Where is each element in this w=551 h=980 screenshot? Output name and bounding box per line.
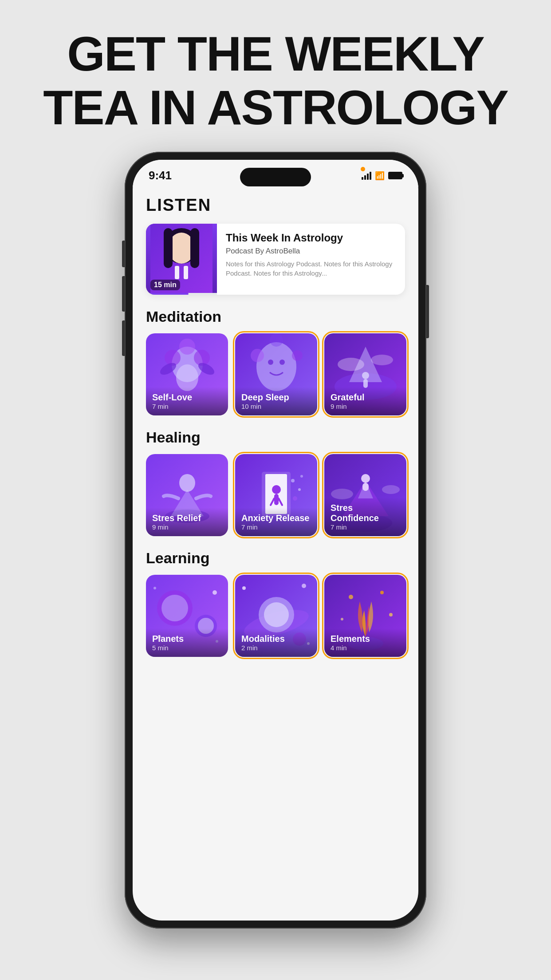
svg-point-48 (361, 474, 370, 483)
svg-point-19 (251, 349, 264, 362)
svg-point-66 (302, 584, 306, 588)
svg-point-58 (213, 590, 217, 595)
battery-icon (388, 172, 402, 179)
promo-header: GET THE WEEKLY TEA IN ASTROLOGY (43, 27, 508, 134)
svg-point-72 (380, 591, 384, 594)
card-deep-sleep[interactable]: Deep Sleep 10 min (235, 333, 317, 415)
card-modalities-label: Modalities 2 min (235, 628, 317, 657)
svg-point-20 (292, 350, 303, 361)
svg-point-26 (371, 355, 393, 365)
card-name: Grateful (331, 392, 400, 403)
card-duration: 7 min (241, 523, 311, 531)
promo-line1: GET THE WEEKLY (43, 27, 508, 80)
listen-title: LISTEN (146, 196, 405, 215)
card-grateful-label: Grateful 9 min (324, 387, 406, 415)
card-name: Modalities (241, 634, 311, 644)
card-planets[interactable]: Planets 5 min (146, 575, 228, 657)
signal-bar-4 (370, 172, 371, 180)
card-duration: 10 min (241, 403, 311, 410)
svg-point-18 (279, 360, 285, 365)
svg-point-25 (338, 358, 364, 371)
status-bar: 9:41 📶 (133, 160, 418, 187)
svg-point-40 (291, 479, 295, 482)
card-anxiety-release-label: Anxiety Release 7 min (235, 508, 317, 536)
healing-cards-row: Stres Relief 9 min (146, 454, 405, 536)
card-modalities[interactable]: Modalities 2 min (235, 575, 317, 657)
card-elements-label: Elements 4 min (324, 628, 406, 657)
phone-side-btn-power (426, 285, 429, 338)
card-duration: 2 min (241, 644, 311, 652)
phone-side-btn-vol-down (122, 320, 125, 356)
phone-side-btn-vol-up (122, 276, 125, 312)
section-learning-title: Learning (146, 549, 405, 567)
svg-point-74 (389, 613, 393, 616)
phone-device: 9:41 📶 LISTEN (125, 152, 426, 929)
podcast-author: Podcast By AstroBella (226, 247, 396, 256)
card-self-love[interactable]: Self-Love 7 min (146, 333, 228, 415)
card-name: Planets (152, 634, 222, 644)
svg-point-71 (349, 595, 353, 599)
podcast-info: This Week In Astrology Podcast By AstroB… (217, 224, 405, 295)
svg-rect-6 (184, 266, 188, 279)
podcast-card[interactable]: 15 min This Week In Astrology Podcast By… (146, 224, 405, 295)
signal-bar-2 (364, 175, 366, 180)
card-stress-confidence-label: Stres Confidence 7 min (324, 498, 406, 536)
svg-point-59 (153, 587, 156, 589)
card-planets-label: Planets 5 min (146, 628, 228, 657)
card-name: Stres Relief (152, 513, 222, 523)
svg-rect-49 (362, 483, 369, 491)
card-duration: 4 min (331, 644, 400, 652)
svg-rect-37 (274, 494, 279, 505)
card-elements[interactable]: Elements 4 min (324, 575, 406, 657)
phone-screen: 9:41 📶 LISTEN (133, 160, 418, 921)
card-duration: 7 min (331, 523, 400, 531)
card-stress-confidence[interactable]: Stres Confidence 7 min (324, 454, 406, 536)
card-name: Elements (331, 634, 400, 644)
svg-rect-4 (190, 228, 199, 268)
card-stress-relief[interactable]: Stres Relief 9 min (146, 454, 228, 536)
card-name: Anxiety Release (241, 513, 311, 523)
card-name: Stres Confidence (331, 503, 400, 523)
card-deep-sleep-label: Deep Sleep 10 min (235, 387, 317, 415)
signal-bar-3 (367, 174, 369, 180)
signal-bar-1 (362, 177, 363, 180)
svg-point-41 (298, 488, 301, 491)
phone-side-btn-mute (122, 241, 125, 267)
svg-point-11 (179, 339, 195, 355)
card-grateful[interactable]: Grateful 9 min (324, 333, 406, 415)
app-content[interactable]: LISTEN (133, 187, 418, 912)
card-duration: 9 min (331, 403, 400, 410)
section-healing-title: Healing (146, 429, 405, 446)
svg-point-54 (161, 595, 188, 621)
svg-point-32 (179, 474, 195, 492)
podcast-thumbnail: 15 min (146, 224, 217, 295)
svg-point-43 (300, 475, 303, 478)
svg-point-65 (242, 586, 246, 590)
signal-icon (362, 172, 371, 180)
progress-bar-fill (146, 293, 189, 295)
card-anxiety-release[interactable]: Anxiety Release 7 min (235, 454, 317, 536)
card-self-love-label: Self-Love 7 min (146, 387, 228, 415)
bottom-spacer (146, 670, 405, 688)
svg-point-27 (362, 372, 369, 379)
podcast-title: This Week In Astrology (226, 232, 396, 244)
status-icons: 📶 (362, 171, 402, 181)
svg-point-73 (341, 618, 343, 620)
card-stress-relief-label: Stres Relief 9 min (146, 508, 228, 536)
progress-bar-container (146, 293, 217, 295)
svg-point-42 (293, 496, 297, 501)
card-duration: 5 min (152, 644, 222, 652)
card-duration: 7 min (152, 403, 222, 410)
svg-point-16 (256, 342, 296, 391)
svg-point-51 (382, 485, 400, 494)
podcast-duration: 15 min (150, 280, 180, 290)
podcast-notes: Notes for this Astrology Podcast. Notes … (226, 259, 396, 278)
signal-dot-orange (361, 167, 365, 171)
card-name: Self-Love (152, 392, 222, 403)
dynamic-island (240, 168, 311, 186)
svg-point-64 (264, 602, 289, 627)
promo-line2: TEA IN ASTROLOGY (43, 80, 508, 134)
wifi-icon: 📶 (375, 171, 385, 181)
card-name: Deep Sleep (241, 392, 311, 403)
svg-rect-5 (175, 266, 179, 279)
